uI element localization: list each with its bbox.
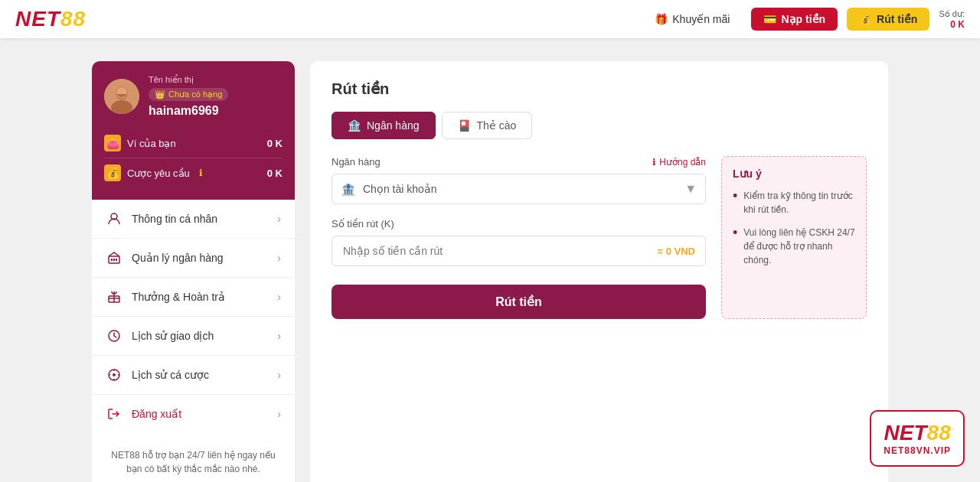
tab-ngan-hang-label: Ngân hàng xyxy=(367,119,420,132)
reward-icon xyxy=(106,288,122,305)
bank-icon xyxy=(106,249,122,266)
amount-suffix: = 0 VND xyxy=(658,246,696,257)
bank-tab-icon: 🏦 xyxy=(348,119,361,132)
bank-select-icon: 🏦 xyxy=(341,182,356,197)
svg-point-14 xyxy=(113,373,116,376)
so-du-display: Số dư: 0 K xyxy=(939,9,965,30)
rut-tien-header-label: Rút tiền xyxy=(877,13,917,25)
main-content: Rút tiền 🏦 Ngân hàng 🎴 Thẻ cào Ngân hàng xyxy=(310,61,888,482)
sidebar-item-lich-su-cc[interactable]: Lịch sử cá cược › xyxy=(92,356,295,395)
bank-select[interactable]: Chọn tài khoản xyxy=(332,174,706,204)
support-text: NET88 hỗ trợ bạn 24/7 liên hệ ngay nếu b… xyxy=(104,448,283,476)
gift-icon: 🎁 xyxy=(655,13,668,25)
amount-field-label: Số tiền rút (K) xyxy=(332,218,706,230)
chevron-icon: › xyxy=(277,213,281,225)
history-icon xyxy=(106,327,122,344)
user-top: Tên hiển thị 👑 Chưa có hạng hainam6969 xyxy=(104,75,283,118)
bet-history-icon xyxy=(106,366,122,383)
nap-icon: 💳 xyxy=(763,13,776,25)
main-layout: Tên hiển thị 👑 Chưa có hạng hainam6969 👛… xyxy=(0,46,980,482)
logout-icon xyxy=(106,405,122,422)
huong-dan-text: Hướng dẫn xyxy=(659,157,706,168)
bet-label-wrap: 💰 Cược yêu cầu ℹ xyxy=(104,164,203,181)
bet-label: Cược yêu cầu xyxy=(127,168,190,179)
rut-tien-header-button[interactable]: 💰 Rút tiền xyxy=(847,8,929,31)
so-du-value: 0 K xyxy=(939,19,965,30)
bullet-icon-2: • xyxy=(733,226,737,267)
bottom-logo-text: NET88 xyxy=(884,421,951,445)
page-title: Rút tiền xyxy=(332,80,867,98)
header-actions: 🎁 Khuyến mãi 💳 Nạp tiền 💰 Rút tiền Số dư… xyxy=(642,8,965,31)
chevron-icon: › xyxy=(277,369,281,381)
note-item-1: • Kiểm tra kỹ thông tin trước khi rút ti… xyxy=(733,189,855,217)
crown-icon: 👑 xyxy=(155,90,165,99)
wallet-row: 👛 Ví của bạn 0 K xyxy=(104,129,283,158)
bank-field-group: Ngân hàng ℹ Hướng dẫn 🏦 Chọn tài khoản ▼ xyxy=(332,156,706,204)
thong-tin-label: Thông tin cá nhân xyxy=(132,213,217,225)
thuong-label: Thưởng & Hoàn trả xyxy=(132,291,225,303)
bet-row: 💰 Cược yêu cầu ℹ 0 K xyxy=(104,158,283,187)
sidebar-item-dang-xuat[interactable]: Đăng xuất › xyxy=(92,395,295,433)
svg-rect-6 xyxy=(111,259,113,261)
bet-icon: 💰 xyxy=(104,164,121,181)
form-fields: Ngân hàng ℹ Hướng dẫn 🏦 Chọn tài khoản ▼ xyxy=(332,156,706,319)
sidebar: Tên hiển thị 👑 Chưa có hạng hainam6969 👛… xyxy=(92,61,295,482)
user-info: Tên hiển thị 👑 Chưa có hạng hainam6969 xyxy=(149,75,283,118)
amount-input-wrap: = 0 VND xyxy=(332,236,706,266)
submit-rut-tien-button[interactable]: Rút tiền xyxy=(332,285,706,319)
note-title: Lưu ý xyxy=(733,168,855,180)
header: NET88 🎁 Khuyến mãi 💳 Nạp tiền 💰 Rút tiền… xyxy=(0,0,980,38)
sidebar-item-thong-tin[interactable]: Thông tin cá nhân › xyxy=(92,200,295,239)
wallet-icon: 👛 xyxy=(104,135,121,151)
wallet-label-wrap: 👛 Ví của bạn xyxy=(104,135,176,151)
rank-text: Chưa có hạng xyxy=(168,90,222,99)
amount-field-group: Số tiền rút (K) = 0 VND xyxy=(332,218,706,266)
note-box: Lưu ý • Kiểm tra kỹ thông tin trước khi … xyxy=(721,156,867,319)
khuyen-mai-button[interactable]: 🎁 Khuyến mãi xyxy=(642,8,742,31)
sidebar-item-thuong[interactable]: Thưởng & Hoàn trả › xyxy=(92,278,295,317)
bank-select-wrap: 🏦 Chọn tài khoản ▼ xyxy=(332,174,706,204)
wallet-label: Ví của bạn xyxy=(127,138,176,149)
quan-ly-label: Quản lý ngân hàng xyxy=(132,252,224,264)
avatar xyxy=(104,79,139,114)
chevron-icon: › xyxy=(277,408,281,420)
chevron-icon: › xyxy=(277,330,281,342)
amount-label-text: Số tiền rút (K) xyxy=(332,218,394,230)
info-icon: ℹ xyxy=(199,168,203,178)
submit-label: Rút tiền xyxy=(495,295,542,308)
user-card: Tên hiển thị 👑 Chưa có hạng hainam6969 👛… xyxy=(92,61,295,200)
bottom-logo-sub: NET88VN.VIP xyxy=(884,445,951,456)
rut-icon: 💰 xyxy=(859,13,872,25)
bullet-icon-1: • xyxy=(733,189,737,217)
tab-ngan-hang[interactable]: 🏦 Ngân hàng xyxy=(332,112,436,139)
huong-dan-link[interactable]: ℹ Hướng dẫn xyxy=(652,157,706,168)
logo: NET88 xyxy=(15,7,86,31)
username: hainam6969 xyxy=(149,104,283,118)
svg-rect-8 xyxy=(116,259,117,261)
user-label: Tên hiển thị xyxy=(149,75,283,85)
bet-value: 0 K xyxy=(267,168,283,179)
bank-field-label: Ngân hàng ℹ Hướng dẫn xyxy=(332,156,706,168)
tab-group: 🏦 Ngân hàng 🎴 Thẻ cào xyxy=(332,112,867,139)
dang-xuat-label: Đăng xuất xyxy=(132,408,181,420)
sidebar-item-lich-su-gd[interactable]: Lịch sử giao dịch › xyxy=(92,317,295,356)
amount-input[interactable] xyxy=(332,236,706,266)
lich-su-gd-label: Lịch sử giao dịch xyxy=(132,330,214,342)
wallet-value: 0 K xyxy=(267,138,283,149)
nap-tien-label: Nạp tiền xyxy=(781,13,825,25)
note-item-2: • Vui lòng liên hệ CSKH 24/7 để được hỗ … xyxy=(733,226,855,267)
tab-the-cao-label: Thẻ cào xyxy=(477,119,517,132)
tab-the-cao[interactable]: 🎴 Thẻ cào xyxy=(442,112,533,139)
nap-tien-button[interactable]: 💳 Nạp tiền xyxy=(751,8,838,31)
chevron-icon: › xyxy=(277,252,281,264)
rank-badge: 👑 Chưa có hạng xyxy=(149,88,228,101)
person-icon xyxy=(106,210,122,227)
bottom-logo: NET88 NET88VN.VIP xyxy=(870,410,965,467)
bank-label-text: Ngân hàng xyxy=(332,156,381,168)
sidebar-item-quan-ly[interactable]: Quản lý ngân hàng › xyxy=(92,239,295,278)
lich-su-cc-label: Lịch sử cá cược xyxy=(132,369,209,381)
khuyen-mai-label: Khuyến mãi xyxy=(672,13,730,25)
card-tab-icon: 🎴 xyxy=(458,119,471,132)
chevron-icon: › xyxy=(277,291,281,303)
so-du-label: Số dư: xyxy=(939,9,965,19)
